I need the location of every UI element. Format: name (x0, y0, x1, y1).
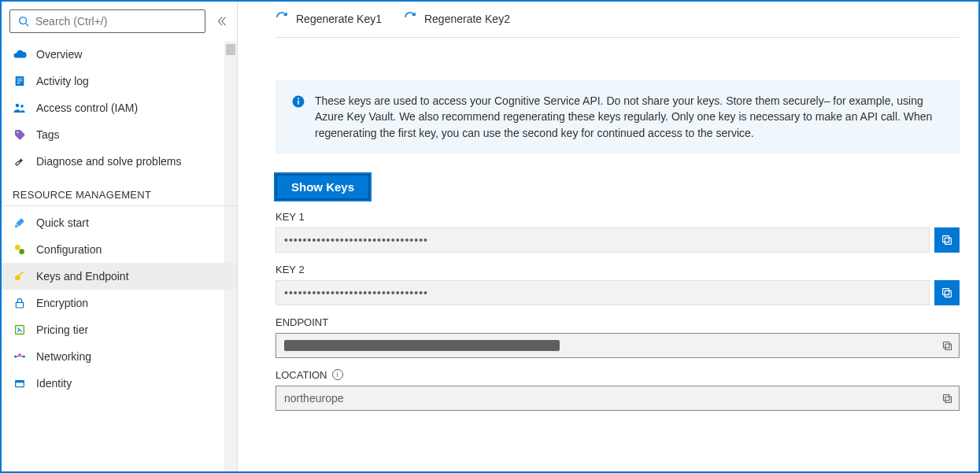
info-text: These keys are used to access your Cogni… (315, 93, 944, 141)
search-row (2, 2, 237, 41)
sidebar-section-header: RESOURCE MANAGEMENT (2, 175, 237, 206)
wrench-icon (13, 154, 27, 168)
svg-rect-29 (945, 397, 952, 403)
sidebar-nav: Overview Activity log Access control (IA… (2, 41, 237, 471)
svg-line-1 (26, 24, 29, 27)
search-icon (17, 14, 31, 28)
svg-rect-24 (943, 236, 949, 242)
svg-rect-23 (945, 238, 951, 244)
regenerate-key2-button[interactable]: Regenerate Key2 (404, 11, 510, 26)
copy-endpoint-button[interactable] (935, 334, 959, 359)
endpoint-value[interactable] (276, 333, 960, 358)
svg-point-0 (20, 17, 27, 24)
info-icon (291, 94, 305, 109)
rocket-icon (13, 216, 27, 230)
key2-value[interactable]: ••••••••••••••••••••••••••••••• (276, 280, 930, 305)
svg-point-10 (19, 249, 24, 254)
svg-rect-21 (298, 101, 299, 105)
sidebar-item-tags[interactable]: Tags (2, 121, 237, 148)
key1-value[interactable]: ••••••••••••••••••••••••••••••• (276, 227, 930, 253)
field-label: ENDPOINT (276, 316, 960, 328)
svg-rect-4 (17, 80, 23, 81)
copy-location-button[interactable] (935, 386, 959, 412)
svg-rect-30 (943, 395, 949, 401)
pricing-icon (13, 323, 27, 337)
sidebar-item-label: Quick start (36, 216, 89, 229)
identity-icon (13, 376, 27, 390)
svg-rect-27 (945, 344, 952, 350)
field-label: KEY 1 (276, 211, 960, 223)
svg-rect-28 (943, 342, 949, 349)
info-icon[interactable]: i (332, 369, 343, 380)
svg-rect-5 (17, 83, 20, 83)
sidebar-item-label: Overview (36, 48, 82, 61)
sidebar-item-label: Encryption (36, 297, 88, 309)
svg-rect-26 (943, 289, 949, 295)
sidebar-item-networking[interactable]: Networking (2, 343, 237, 370)
svg-point-16 (15, 356, 17, 357)
svg-rect-13 (22, 272, 24, 273)
log-icon (13, 74, 27, 88)
svg-rect-25 (945, 290, 951, 297)
sidebar-item-label: Identity (36, 377, 72, 390)
gear-icon (13, 242, 27, 257)
svg-point-6 (16, 104, 20, 108)
svg-point-9 (15, 245, 20, 250)
key-icon (13, 269, 27, 283)
copy-key2-button[interactable] (934, 280, 960, 305)
search-input[interactable] (35, 15, 198, 28)
sidebar-item-diagnose[interactable]: Diagnose and solve problems (2, 148, 237, 175)
svg-point-17 (23, 356, 24, 357)
main-content: Regenerate Key1 Regenerate Key2 These ke… (238, 2, 978, 471)
sidebar-item-label: Activity log (36, 75, 89, 87)
sidebar: Overview Activity log Access control (IA… (2, 2, 238, 471)
sidebar-item-encryption[interactable]: Encryption (2, 290, 237, 316)
field-label-text: LOCATION (276, 369, 327, 381)
field-location: LOCATION i northeurope (276, 369, 960, 411)
copy-key1-button[interactable] (934, 227, 960, 253)
field-endpoint: ENDPOINT (276, 316, 960, 358)
cloud-icon (13, 47, 27, 61)
sidebar-item-label: Networking (36, 350, 91, 363)
network-icon (13, 349, 27, 364)
sidebar-item-label: Tags (36, 128, 60, 141)
sidebar-item-label: Access control (IAM) (36, 102, 138, 114)
redacted-content (284, 340, 560, 351)
refresh-icon (404, 11, 416, 26)
location-value[interactable]: northeurope (276, 386, 960, 411)
sidebar-item-pricing-tier[interactable]: Pricing tier (2, 316, 237, 343)
sidebar-item-label: Configuration (36, 243, 102, 256)
svg-rect-14 (16, 302, 23, 308)
svg-point-7 (20, 105, 24, 108)
toolbar: Regenerate Key1 Regenerate Key2 (276, 2, 960, 38)
sidebar-item-label: Keys and Endpoint (36, 270, 129, 283)
field-key2: KEY 2 ••••••••••••••••••••••••••••••• (276, 264, 960, 305)
lock-icon (13, 296, 27, 310)
svg-rect-3 (17, 79, 23, 79)
sidebar-item-configuration[interactable]: Configuration (2, 236, 237, 263)
sidebar-item-activity-log[interactable]: Activity log (2, 68, 237, 94)
field-key1: KEY 1 ••••••••••••••••••••••••••••••• (276, 211, 960, 253)
show-keys-button[interactable]: Show Keys (276, 174, 370, 200)
sidebar-item-access-control[interactable]: Access control (IAM) (2, 94, 237, 121)
toolbar-label: Regenerate Key2 (424, 13, 510, 25)
info-banner: These keys are used to access your Cogni… (276, 80, 960, 153)
collapse-sidebar-button[interactable] (215, 16, 229, 27)
people-icon (13, 101, 27, 115)
sidebar-item-identity[interactable]: Identity (2, 370, 237, 397)
sidebar-item-quick-start[interactable]: Quick start (2, 209, 237, 236)
tag-icon (13, 127, 27, 142)
svg-rect-19 (16, 381, 24, 383)
sidebar-item-label: Diagnose and solve problems (36, 155, 181, 168)
sidebar-item-overview[interactable]: Overview (2, 41, 237, 68)
svg-point-22 (298, 98, 299, 99)
regenerate-key1-button[interactable]: Regenerate Key1 (276, 11, 382, 26)
svg-point-8 (17, 131, 18, 133)
sidebar-item-keys-endpoint[interactable]: Keys and Endpoint (2, 263, 237, 290)
sidebar-item-label: Pricing tier (36, 323, 88, 336)
field-label: KEY 2 (276, 264, 960, 275)
toolbar-label: Regenerate Key1 (296, 13, 382, 25)
search-box[interactable] (9, 9, 205, 33)
field-label: LOCATION i (276, 369, 960, 381)
refresh-icon (276, 11, 288, 26)
